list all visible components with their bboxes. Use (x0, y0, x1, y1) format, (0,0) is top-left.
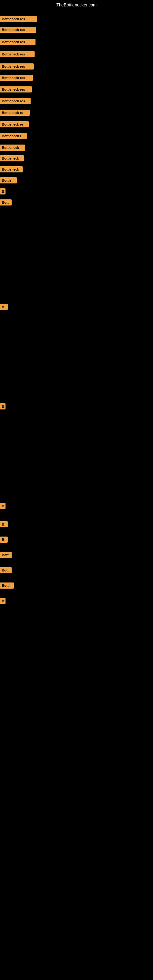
bottleneck-button-4[interactable]: Bottleneck res (0, 51, 35, 57)
bottleneck-button-7[interactable]: Bottleneck res (0, 86, 32, 92)
bottleneck-button-21[interactable]: Bo (0, 521, 8, 527)
bottleneck-button-13[interactable]: Bottleneck (0, 155, 24, 161)
site-title: TheBottlenecker.com (0, 0, 153, 10)
bottleneck-button-26[interactable]: B (0, 598, 5, 604)
bottleneck-button-8[interactable]: Bottleneck res (0, 98, 30, 104)
bottleneck-button-25[interactable]: Bottl (0, 582, 14, 589)
bottleneck-button-5[interactable]: Bottleneck res (0, 64, 33, 70)
bottleneck-button-9[interactable]: Bottleneck re (0, 110, 30, 116)
bottleneck-button-10[interactable]: Bottleneck re (0, 121, 29, 127)
bottleneck-button-6[interactable]: Bottleneck res (0, 75, 33, 81)
bottleneck-button-2[interactable]: Bottleneck res (0, 27, 36, 33)
bottleneck-button-22[interactable]: Bo (0, 536, 8, 542)
bottleneck-button-1[interactable]: Bottleneck res (0, 16, 37, 22)
bottleneck-button-24[interactable]: Bott (0, 567, 12, 573)
bottleneck-button-16[interactable]: B (0, 188, 5, 194)
bottleneck-button-17[interactable]: Bott (0, 199, 12, 205)
bottleneck-button-3[interactable]: Bottleneck res (0, 39, 35, 45)
bottleneck-button-23[interactable]: Bott (0, 552, 12, 558)
bottleneck-button-18[interactable]: Bo (0, 304, 8, 310)
bottleneck-button-11[interactable]: Bottleneck r (0, 133, 27, 139)
bottleneck-button-20[interactable]: B (0, 503, 5, 509)
bottleneck-button-14[interactable]: Bottleneck (0, 166, 22, 172)
bottleneck-button-12[interactable]: Bottleneck (0, 145, 25, 151)
bottleneck-button-19[interactable]: B (0, 403, 5, 409)
bottleneck-button-15[interactable]: Bottle (0, 177, 17, 183)
